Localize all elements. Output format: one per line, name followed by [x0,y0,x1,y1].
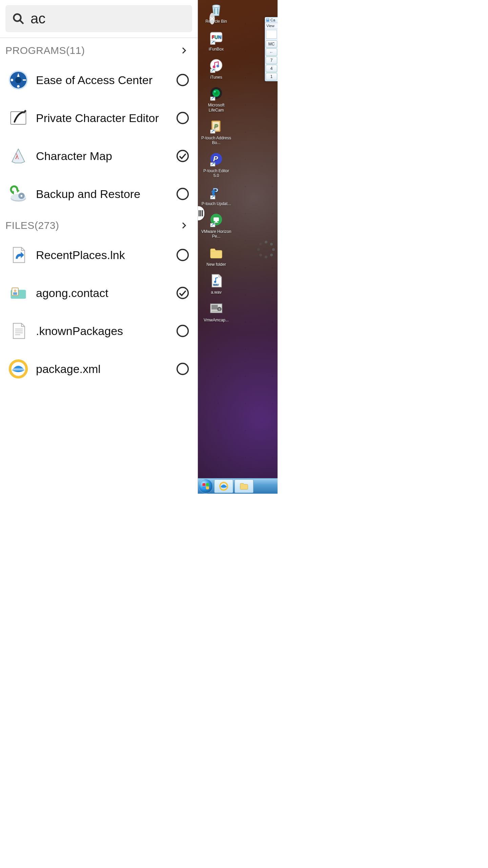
taskbar-button-explorer[interactable] [235,479,253,493]
ifunbox-icon: FUN [208,29,225,46]
program-item-character-map[interactable]: λ Character Map [0,137,198,175]
files-section-label: FILES(273) [5,220,59,231]
start-button[interactable] [199,479,213,493]
svg-point-8 [17,85,20,88]
calc-key-mc[interactable]: MC [266,40,277,48]
svg-line-1 [20,20,23,24]
svg-point-19 [21,195,23,197]
desktop-icon-label: iTunes [210,75,222,80]
svg-rect-27 [13,292,17,295]
desktop-icon-label: a.wav [211,290,221,295]
desktop-icon-ifunbox[interactable]: FUN iFunBox [201,29,232,52]
svg-point-12 [177,113,188,124]
vmwamcap-icon [208,300,225,317]
program-item-backup-restore[interactable]: Backup and Restore [0,175,198,213]
calculator-titlebar[interactable]: Ca [265,17,278,23]
program-item-label: Character Map [29,150,176,163]
svg-text:λ: λ [15,152,19,161]
program-item-ease-of-access[interactable]: Ease of Access Center [0,61,198,99]
calculator-menu-view[interactable]: View [265,23,278,29]
file-item-agong-contact[interactable]: agong.contact [0,274,198,312]
programs-section-header[interactable]: PROGRAMS(11) [0,38,198,61]
desktop-icon-label: P-touch Updat... [202,201,231,206]
lifecam-icon [208,85,225,102]
program-item-private-char-editor[interactable]: Private Character Editor [0,99,198,137]
taskbar-button-ie[interactable] [214,479,233,493]
desktop-icon-label: iFunBox [209,47,224,52]
calc-key-7[interactable]: 7 [266,57,277,64]
search-bar[interactable] [5,5,192,32]
svg-rect-55 [210,130,215,133]
folder-icon [208,244,225,261]
svg-point-22 [177,189,188,200]
svg-point-6 [15,77,22,83]
checkbox-checked[interactable] [176,149,189,163]
private-char-editor-icon [7,107,29,129]
text-file-icon [7,320,29,342]
programs-list: Ease of Access Center Private Character … [0,61,198,213]
checkbox[interactable] [176,187,189,201]
close-icon [209,16,215,21]
svg-point-66 [214,281,216,283]
svg-rect-11 [11,112,26,124]
svg-point-36 [177,363,188,375]
calculator-window[interactable]: Ca View MC ← 7 4 1 [265,17,278,81]
desktop-icon-itunes[interactable]: iTunes [201,57,232,80]
checkbox[interactable] [176,324,189,338]
desktop-icon-awav[interactable]: WAV a.wav [201,272,232,295]
svg-point-37 [212,5,220,7]
svg-point-26 [14,290,17,292]
file-item-package-xml[interactable]: package.xml [0,350,198,388]
file-item-recentplaces[interactable]: RecentPlaces.lnk [0,236,198,274]
calculator-title-text: Ca [270,18,275,22]
calc-key-back[interactable]: ← [266,48,277,56]
checkbox[interactable] [176,248,189,262]
svg-point-50 [214,91,216,93]
backup-restore-icon [7,183,29,205]
search-panel: PROGRAMS(11) Ease of Access Center Priva… [0,0,198,494]
svg-rect-42 [210,41,215,45]
files-section-header[interactable]: FILES(273) [0,213,198,236]
contact-file-icon [7,282,29,304]
desktop-icon-ptouch-editor[interactable]: P P-touch Editor 5.0 [201,151,232,178]
checkbox[interactable] [176,362,189,376]
desktop-icon-vmwamcap[interactable]: VmwAmcap... [201,300,232,322]
wav-file-icon: WAV [208,272,225,289]
programs-section-label: PROGRAMS(11) [5,45,85,56]
internet-explorer-icon [219,481,229,491]
desktop-icon-vmware-horizon[interactable]: VMware Horizon Pe... [201,212,232,239]
checkbox-checked[interactable] [176,286,189,300]
svg-rect-46 [210,69,215,73]
desktop-icons-column: Recycle Bin FUN iFunBox iTunes Microsoft… [200,1,232,323]
calc-key-1[interactable]: 1 [266,73,277,80]
character-map-icon: λ [7,145,29,167]
taskbar[interactable] [198,478,278,494]
svg-rect-38 [214,8,215,14]
ease-of-access-icon [7,69,29,91]
vmware-horizon-icon [208,212,225,229]
chevron-right-icon [180,221,188,230]
desktop-icon-lifecam[interactable]: Microsoft LifeCam [201,85,232,113]
svg-rect-7 [23,79,26,81]
desktop-icon-new-folder[interactable]: New folder [201,244,232,267]
file-item-knownpackages[interactable]: .knownPackages [0,312,198,350]
svg-text:FUN: FUN [212,35,222,40]
clear-search-button[interactable] [209,13,215,24]
desktop-icon-ptouch-update[interactable]: P P-touch Updat... [201,184,232,206]
svg-point-10 [177,75,188,86]
checkbox[interactable] [176,73,189,87]
shortcut-file-icon [7,244,29,266]
desktop-area[interactable]: Recycle Bin FUN iFunBox iTunes Microsoft… [198,0,278,494]
files-list: RecentPlaces.lnk agong.contact .knownPac… [0,236,198,388]
calc-key-4[interactable]: 4 [266,65,277,72]
checkbox[interactable] [176,111,189,125]
ptouch-editor-icon: P [208,151,225,168]
desktop-icon-label: Microsoft LifeCam [201,103,231,113]
search-input[interactable] [24,11,209,27]
desktop-icon-ptouch-address[interactable]: P P-touch Address Bo... [201,118,232,145]
svg-point-9 [11,79,14,81]
search-bar-container [0,0,198,38]
loading-spinner-icon [257,241,275,257]
svg-text:P: P [214,123,218,130]
file-item-label: RecentPlaces.lnk [29,249,176,262]
